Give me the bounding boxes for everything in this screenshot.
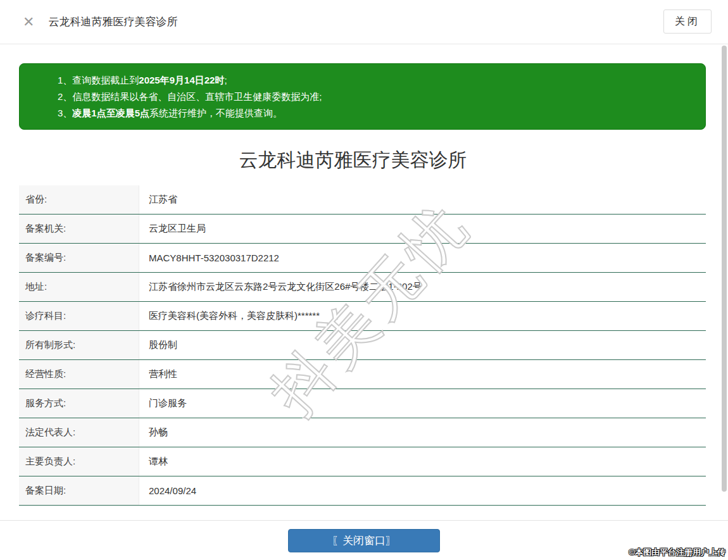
row-value: 医疗美容科(美容外科，美容皮肤科)******	[139, 302, 706, 330]
close-button[interactable]: 关闭	[663, 9, 712, 34]
notice-line-1: 1、查询数据截止到2025年9月14日22时;	[58, 72, 693, 89]
table-row: 备案机关: 云龙区卫生局	[19, 215, 706, 244]
close-window-button[interactable]: 〖关闭窗口〗	[288, 529, 440, 552]
table-row: 备案日期: 2024/09/24	[19, 476, 706, 506]
row-value: 云龙区卫生局	[139, 215, 706, 243]
row-value: 2024/09/24	[139, 476, 706, 505]
header: ✕ 云龙科迪芮雅医疗美容诊所 关闭	[0, 0, 728, 44]
row-value: 孙畅	[139, 418, 706, 447]
notice-banner: 1、查询数据截止到2025年9月14日22时; 2、信息数据结果以各省、自治区、…	[19, 63, 706, 130]
row-value: MACY8HHT-532030317D2212	[139, 244, 706, 272]
table-row: 服务方式: 门诊服务	[19, 389, 706, 418]
table-row: 主要负责人: 谭林	[19, 447, 706, 476]
row-value: 营利性	[139, 360, 706, 389]
table-row: 诊疗科目: 医疗美容科(美容外科，美容皮肤科)******	[19, 302, 706, 331]
record-title: 云龙科迪芮雅医疗美容诊所	[0, 147, 706, 173]
table-row: 省份: 江苏省	[19, 185, 706, 215]
row-label: 备案编号:	[19, 244, 139, 272]
row-label: 经营性质:	[19, 360, 139, 389]
row-label: 备案日期:	[19, 476, 139, 505]
table-row: 经营性质: 营利性	[19, 360, 706, 389]
table-row: 地址: 江苏省徐州市云龙区云东路2号云龙文化街区26#号楼二层1-202号	[19, 273, 706, 302]
detail-table: 省份: 江苏省 备案机关: 云龙区卫生局 备案编号: MACY8HHT-5320…	[19, 185, 706, 506]
row-value: 股份制	[139, 331, 706, 359]
row-label: 诊疗科目:	[19, 302, 139, 330]
table-row: 所有制形式: 股份制	[19, 331, 706, 360]
row-value: 门诊服务	[139, 389, 706, 418]
row-value: 江苏省	[139, 185, 706, 214]
row-label: 省份:	[19, 185, 139, 214]
close-x-icon[interactable]: ✕	[23, 15, 34, 29]
page-title: 云龙科迪芮雅医疗美容诊所	[48, 15, 177, 29]
row-label: 主要负责人:	[19, 447, 139, 476]
table-row: 备案编号: MACY8HHT-532030317D2212	[19, 244, 706, 273]
row-label: 服务方式:	[19, 389, 139, 418]
notice-line-2: 2、信息数据结果以各省、自治区、直辖市卫生健康委数据为准;	[58, 89, 693, 105]
clinic-record-page: ✕ 云龙科迪芮雅医疗美容诊所 关闭 1、查询数据截止到2025年9月14日22时…	[0, 0, 728, 560]
notice-line-3: 3、凌晨1点至凌晨5点系统进行维护，不能提供查询。	[58, 105, 693, 121]
row-label: 备案机关:	[19, 215, 139, 243]
upload-note-watermark: ©本图由平台注册用户上传	[629, 547, 725, 558]
row-label: 地址:	[19, 273, 139, 301]
row-value: 谭林	[139, 447, 706, 476]
table-row: 法定代表人: 孙畅	[19, 418, 706, 447]
scrollbar-thumb[interactable]	[722, 46, 727, 492]
row-label: 所有制形式:	[19, 331, 139, 359]
row-value: 江苏省徐州市云龙区云东路2号云龙文化街区26#号楼二层1-202号	[139, 273, 706, 301]
row-label: 法定代表人:	[19, 418, 139, 447]
footer-divider	[0, 520, 728, 521]
